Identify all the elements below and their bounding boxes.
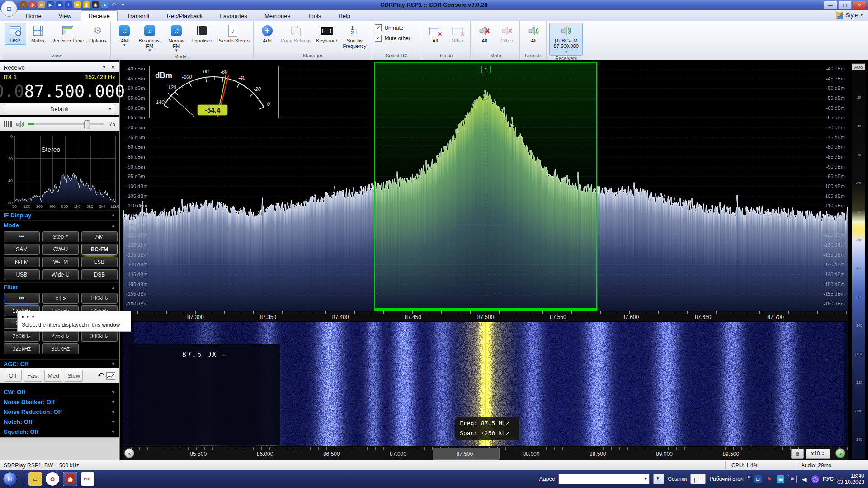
chevron-down-icon[interactable]: ▼ <box>102 65 106 70</box>
display-options-button[interactable]: ▦ <box>791 449 804 459</box>
agc-med-button[interactable]: Med <box>44 370 62 382</box>
tab-help[interactable]: Help <box>330 10 358 21</box>
links-label[interactable]: Ссылки <box>668 476 687 482</box>
copy-settings-button[interactable]: Copy Settings <box>279 23 313 45</box>
broadcast-fm-button[interactable]: ♫ Broadcast FM▼ <box>136 23 163 54</box>
undo-icon[interactable]: ↶ <box>110 1 117 8</box>
lock-icon[interactable]: ▮ <box>83 1 90 8</box>
speaker-sound-icon[interactable] <box>15 120 24 129</box>
keyboard-button[interactable]: Keyboard <box>314 23 339 45</box>
open-icon[interactable]: ▱ <box>38 1 45 8</box>
tab-favourites[interactable]: Favourites <box>212 10 255 21</box>
mode-button-sam[interactable]: SAM <box>4 244 40 255</box>
agc-fast-button[interactable]: Fast <box>24 370 42 382</box>
close-icon[interactable]: ✕ <box>111 64 115 70</box>
home-icon[interactable]: ⌂ <box>20 1 27 8</box>
play-icon[interactable]: ▶ <box>47 1 54 8</box>
scroll-right-button[interactable]: » <box>835 448 845 458</box>
more-icon[interactable]: ▾ <box>119 1 126 8</box>
section-agc[interactable]: AGC: Off▼ <box>0 359 119 368</box>
taskbar-opera-icon[interactable]: O <box>46 472 59 486</box>
section-mode[interactable]: Mode▲ <box>0 220 119 230</box>
dsp-button[interactable]: DSP <box>5 23 26 45</box>
tab-receive[interactable]: Receive <box>81 10 118 21</box>
filter-button-325khz[interactable]: 325kHz <box>4 343 40 354</box>
close-button[interactable]: ✕ <box>853 1 866 9</box>
close-other-button[interactable]: ✕ Other <box>447 23 468 45</box>
receiver-pane-button[interactable]: Receiver Pane <box>50 23 86 45</box>
taskbar-explorer-icon[interactable]: ▱ <box>28 472 42 486</box>
agc-off-button[interactable]: Off <box>4 370 22 382</box>
close-all-button[interactable]: ✕ All <box>424 23 446 45</box>
filter-button-350khz[interactable]: 350kHz <box>42 343 79 354</box>
equalizer-icon[interactable] <box>4 121 12 127</box>
mute-other-checkbox[interactable]: ✓ Mute other <box>375 35 410 42</box>
auto-gain-label[interactable]: Auto <box>852 64 865 70</box>
section-squelch[interactable]: Squelch: Off▼ <box>0 427 119 436</box>
am-button[interactable]: ♫ AM▼ <box>113 23 135 48</box>
tab-rec-playback[interactable]: Rec/Playback <box>159 10 210 21</box>
mode-button-am[interactable]: AM <box>81 231 118 242</box>
spectrum-frequency-ruler[interactable]: 87.30087.35087.40087.45087.50087.55087.6… <box>123 311 848 321</box>
tray-app-icon[interactable]: ⊡ <box>754 475 762 483</box>
unmute-all-button[interactable]: All <box>523 23 544 45</box>
chevron-down-icon[interactable]: ▼ <box>642 474 649 484</box>
mute-all-button[interactable]: All <box>473 23 495 45</box>
section-noise-blanker[interactable]: Noise Blanker: Off▼ <box>0 397 119 407</box>
mode-button-step[interactable]: Step ≡ <box>42 231 79 242</box>
mode-button-[interactable]: ••• <box>4 231 40 242</box>
app-logo-icon[interactable]: ⊞ <box>1 0 17 17</box>
frequency-display[interactable]: 0.087.500.000 <box>0 81 119 101</box>
add-icon[interactable]: + <box>65 1 72 8</box>
band-ruler[interactable]: « ▦ x10 ▲▼ » 85.50086.00086.50087.00087.… <box>123 447 848 460</box>
matrix-button[interactable]: Matrix <box>27 23 49 45</box>
equaliser-button[interactable]: Equaliser <box>189 23 214 45</box>
add-button[interactable]: + Add <box>256 23 278 45</box>
filter-button-[interactable]: ••• <box>4 293 40 304</box>
zoom-spinner[interactable]: ▲▼ <box>822 451 825 456</box>
help-icon[interactable]: ◎ <box>29 1 36 8</box>
receiver-marker[interactable]: 1 <box>481 66 491 73</box>
mode-button-dsb[interactable]: DSB <box>81 269 118 280</box>
agc-graph-icon[interactable] <box>106 372 115 380</box>
mode-button-wideu[interactable]: Wide-U <box>42 269 79 280</box>
volume-slider[interactable] <box>28 123 104 125</box>
tab-transmit[interactable]: Transmit <box>119 10 157 21</box>
sort-by-frequency-button[interactable]: 12↓ Sort by Frequency <box>340 23 369 50</box>
zoom-control[interactable]: x10 ▲▼ <box>806 449 830 459</box>
mode-button-lsb[interactable]: LSB <box>81 257 118 267</box>
agc-slow-button[interactable]: Slow <box>65 370 83 382</box>
filter-button-275khz[interactable]: 275kHz <box>42 331 79 342</box>
section-filter[interactable]: Filter▲ <box>0 282 119 291</box>
tab-memories[interactable]: Memories <box>257 10 298 21</box>
filter-button-300khz[interactable]: 300kHz <box>81 331 118 342</box>
signal-level-colorbar[interactable]: Auto -20-30-40-50-60-70-80-90-100-110-12… <box>852 63 865 459</box>
tab-view[interactable]: View <box>51 10 79 21</box>
undo-icon[interactable]: ↶ <box>98 371 104 380</box>
snapshot-icon[interactable]: ◉ <box>92 1 99 8</box>
options-button[interactable]: ⚙ Options <box>87 23 108 45</box>
identity-icon[interactable]: ▲ <box>101 1 108 8</box>
speaker-mute-icon-other[interactable]: Other <box>496 23 518 45</box>
filter-button-100khz[interactable]: 100kHz <box>81 293 118 304</box>
section-notch[interactable]: Notch: Off▼ <box>0 417 119 427</box>
mode-button-wfm[interactable]: W-FM <box>42 257 79 267</box>
style-selector[interactable]: Style ▼ <box>836 12 863 19</box>
tab-tools[interactable]: Tools <box>300 10 329 21</box>
toolbar-overflow-chevron[interactable]: » <box>747 473 750 480</box>
favourites-icon[interactable]: ★ <box>74 1 81 8</box>
section-if-display[interactable]: IF Display▼ <box>0 210 119 220</box>
refresh-icon[interactable]: ↻ <box>653 474 664 484</box>
receiver-1-button[interactable]: [1] BC-FM 87.500.000 ▼ <box>549 23 583 56</box>
maximize-button[interactable]: ▢ <box>838 1 852 9</box>
record-icon[interactable]: ■ <box>56 1 63 8</box>
keyboard-layout-icon[interactable] <box>690 474 706 484</box>
mode-button-cwu[interactable]: CW-U <box>42 244 79 255</box>
tab-home[interactable]: Home <box>18 10 49 21</box>
tray-volume-icon[interactable]: ◀ <box>800 475 808 483</box>
language-indicator[interactable]: РУС <box>823 476 834 482</box>
tray-network-icon[interactable]: ⧉ <box>788 475 797 483</box>
section-cw[interactable]: CW: Off▼ <box>0 387 119 397</box>
taskbar-sdr-console-icon[interactable]: ◉ <box>63 472 77 486</box>
mode-button-usb[interactable]: USB <box>4 269 40 280</box>
